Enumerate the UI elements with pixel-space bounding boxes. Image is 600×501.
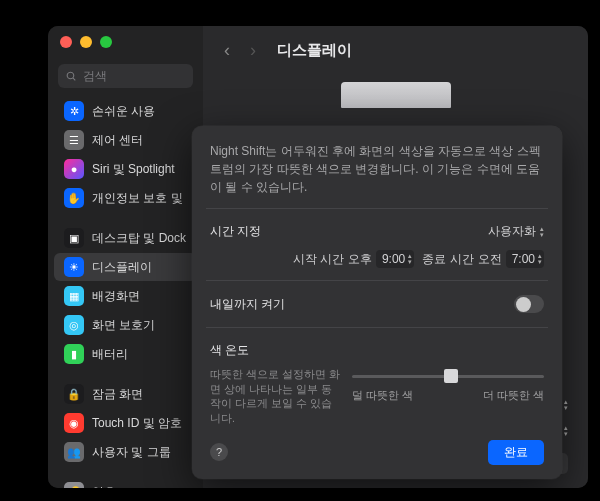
from-label: 시작 시간 [293,251,344,268]
sidebar-icon: 🔒 [64,384,84,404]
night-shift-sheet: Night Shift는 어두워진 후에 화면의 색상을 자동으로 색상 스펙트… [192,126,562,479]
sidebar-list: ✲손쉬운 사용☰제어 센터●Siri 및 Spotlight✋개인정보 보호 및… [48,96,203,488]
sidebar-item[interactable]: ◉Touch ID 및 암호 [54,409,197,437]
minimize-icon[interactable] [80,36,92,48]
sidebar-item-label: Touch ID 및 암호 [92,415,182,432]
to-period: 오전 [478,251,502,268]
close-icon[interactable] [60,36,72,48]
sidebar-item-label: 배터리 [92,346,128,363]
sidebar-item-label: 데스크탑 및 Dock [92,230,186,247]
window-controls [60,36,112,48]
sidebar-icon: ▦ [64,286,84,306]
sidebar-item[interactable]: ▦배경화면 [54,282,197,310]
sidebar-item[interactable]: ◎화면 보호기 [54,311,197,339]
sidebar-icon: ✲ [64,101,84,121]
sidebar-icon: ◉ [64,413,84,433]
schedule-popup[interactable]: 사용자화▴▾ [488,223,544,240]
sidebar-item[interactable]: ✲손쉬운 사용 [54,97,197,125]
sidebar-item-label: 잠금 화면 [92,386,143,403]
sidebar-item-label: Siri 및 Spotlight [92,161,175,178]
sidebar-icon: ▣ [64,228,84,248]
from-time-field[interactable]: 9:00▴▾ [376,250,414,268]
sidebar-item-label: 개인정보 보호 및 [92,190,183,207]
sidebar-item-label: 제어 센터 [92,132,143,149]
sidebar-icon: ◎ [64,315,84,335]
back-button[interactable]: ‹ [217,39,237,61]
search-icon [66,71,77,82]
to-time-field[interactable]: 7:00▴▾ [506,250,544,268]
sidebar-item[interactable]: ▮배터리 [54,340,197,368]
sidebar-item-label: 사용자 및 그룹 [92,444,171,461]
temp-label: 색 온도 [210,342,249,359]
sidebar-icon: 👥 [64,442,84,462]
sidebar-item[interactable]: ☀디스플레이 [54,253,197,281]
sidebar-item[interactable]: ☰제어 센터 [54,126,197,154]
more-warm-label: 더 따뜻한 색 [483,389,544,403]
to-label: 종료 시간 [422,251,473,268]
help-icon[interactable]: ? [210,443,228,461]
schedule-label: 시간 지정 [210,223,261,240]
sidebar-item[interactable]: ●Siri 및 Spotlight [54,155,197,183]
done-button[interactable]: 완료 [488,440,544,465]
sidebar-item-label: 화면 보호기 [92,317,155,334]
display-thumbnail [341,82,451,108]
search-input[interactable]: 검색 [58,64,193,88]
sidebar-icon: ▮ [64,344,84,364]
sidebar-icon: ✋ [64,188,84,208]
until-tomorrow-toggle[interactable] [514,295,544,313]
main-header: ‹ › 디스플레이 [203,26,588,74]
page-title: 디스플레이 [277,41,352,60]
sidebar-item-label: 디스플레이 [92,259,152,276]
until-tomorrow-label: 내일까지 켜기 [210,296,285,313]
sidebar-item-label: 배경화면 [92,288,140,305]
sidebar: 검색 ✲손쉬운 사용☰제어 센터●Siri 및 Spotlight✋개인정보 보… [48,26,203,488]
sidebar-item[interactable]: 🔒잠금 화면 [54,380,197,408]
temp-hint: 따뜻한 색으로 설정하면 화면 상에 나타나는 일부 동작이 다르게 보일 수 … [210,367,340,426]
from-period: 오후 [348,251,372,268]
sidebar-item[interactable]: ✋개인정보 보호 및 [54,184,197,212]
time-range: 시작 시간 오후 9:00▴▾ 종료 시간 오전 7:00▴▾ [210,250,544,268]
sidebar-item[interactable]: 👥사용자 및 그룹 [54,438,197,466]
sidebar-icon: ● [64,159,84,179]
sidebar-item-label: 암호 [92,484,116,489]
forward-button: › [243,39,263,61]
sidebar-icon: ☀ [64,257,84,277]
sidebar-item-label: 손쉬운 사용 [92,103,155,120]
temp-slider[interactable] [352,367,544,385]
search-placeholder: 검색 [83,68,107,85]
zoom-icon[interactable] [100,36,112,48]
sheet-description: Night Shift는 어두워진 후에 화면의 색상을 자동으로 색상 스펙트… [210,142,544,196]
sidebar-item[interactable]: ▣데스크탑 및 Dock [54,224,197,252]
less-warm-label: 덜 따뜻한 색 [352,389,413,403]
sidebar-icon: 🔑 [64,482,84,488]
sidebar-item[interactable]: 🔑암호 [54,478,197,488]
sidebar-icon: ☰ [64,130,84,150]
